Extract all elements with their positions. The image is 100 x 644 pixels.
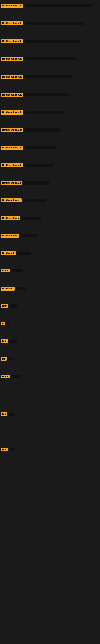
list-item: Bott: [0, 339, 100, 343]
bar-chart-segment: [20, 234, 37, 237]
list-item: Bottleneck re: [0, 233, 100, 238]
list-item: Bottleneck: [0, 251, 100, 256]
list-item: Bo: [0, 356, 100, 361]
list-item: Bottleneck result: [0, 39, 100, 44]
bar-chart-segment: [11, 269, 23, 272]
list-item: Bottleneck result: [0, 110, 100, 115]
bottleneck-badge: Bottleneck result: [1, 4, 23, 8]
bottleneck-badge: Bottleneck result: [1, 93, 23, 97]
bottleneck-badge: Bottleneck result: [1, 110, 23, 114]
bar-chart-segment: [23, 199, 46, 202]
bar-chart-segment: [8, 412, 15, 416]
site-title: [0, 0, 100, 3]
bar-chart-segment: [11, 375, 21, 378]
list-item: Bottleneck result: [0, 163, 100, 168]
bar-chart-segment: [24, 22, 84, 25]
bar-chart-segment: [6, 322, 9, 325]
bottleneck-badge: Bottleneck result: [1, 128, 23, 132]
list-item: Bottleneck result: [0, 128, 100, 132]
bottleneck-badge: Bottleneck re: [1, 234, 19, 238]
bar-chart-segment: [8, 357, 12, 360]
bottleneck-badge: Bottleneck result: [1, 21, 23, 25]
bar-chart-segment: [9, 448, 15, 451]
bottleneck-badge: Bo: [1, 357, 7, 361]
bottleneck-badge: Bottle: [1, 374, 10, 378]
list-item: Bottleneck result: [0, 92, 100, 97]
bottleneck-badge: Bot: [1, 412, 7, 416]
list-item: Bottle: [0, 374, 100, 378]
list-item: Bottleneck resul: [0, 180, 100, 185]
list-item: Bottleneck result: [0, 74, 100, 79]
list-item: Bottleneck result: [0, 3, 100, 8]
bottleneck-badge: Bolt: [1, 448, 8, 451]
bar-chart-segment: [23, 181, 50, 184]
bottleneck-badge: Bott: [1, 339, 8, 343]
bar-chart-segment: [24, 164, 53, 167]
bar-chart-segment: [24, 93, 68, 96]
bottleneck-badge: Bottleneck result: [1, 163, 23, 167]
bar-chart-segment: [9, 340, 17, 343]
bottleneck-badge: Bottlenec: [1, 286, 15, 290]
list-item: Bottleneck result: [0, 21, 100, 26]
list-item: Bottleneck resu: [0, 198, 100, 203]
bottleneck-badge: Bottleneck resu: [1, 198, 22, 202]
bar-chart-segment: [16, 287, 26, 290]
list-item: Bottleneck result: [0, 145, 100, 150]
bottleneck-badge: Bottleneck result: [1, 75, 23, 79]
bar-chart-segment: [17, 252, 31, 255]
list-item: Bottleneck result: [0, 56, 100, 61]
bottleneck-badge: Bottleneck result: [1, 146, 23, 150]
bottleneck-badge: Bottleneck: [1, 251, 16, 256]
list-item: Bot: [0, 412, 100, 416]
bar-chart-segment: [9, 304, 17, 308]
bar-chart-segment: [24, 4, 92, 7]
bar-chart-segment: [24, 111, 64, 114]
bottleneck-badge: Bottleneck res: [1, 216, 20, 220]
bottleneck-badge: Bott: [1, 304, 8, 308]
bottleneck-badge: Bottleneck result: [1, 39, 23, 43]
list-item: Bolt: [0, 447, 100, 452]
bar-chart-segment: [21, 216, 41, 220]
bottleneck-badge: Bottle: [1, 269, 10, 272]
bar-chart-segment: [24, 146, 56, 149]
bar-chart-segment: [24, 128, 60, 132]
list-item: Bott: [0, 304, 100, 308]
bar-chart-segment: [24, 57, 76, 60]
list-item: B: [0, 322, 100, 326]
bar-chart-segment: [24, 75, 72, 78]
list-item: Bottle: [0, 268, 100, 273]
bar-chart-segment: [24, 40, 80, 43]
list-item: Bottlenec: [0, 286, 100, 291]
bottleneck-badge: Bottleneck result: [1, 57, 23, 61]
bottleneck-badge: B: [1, 322, 5, 326]
list-item: Bottleneck res: [0, 216, 100, 220]
bottleneck-badge: Bottleneck resul: [1, 181, 22, 185]
